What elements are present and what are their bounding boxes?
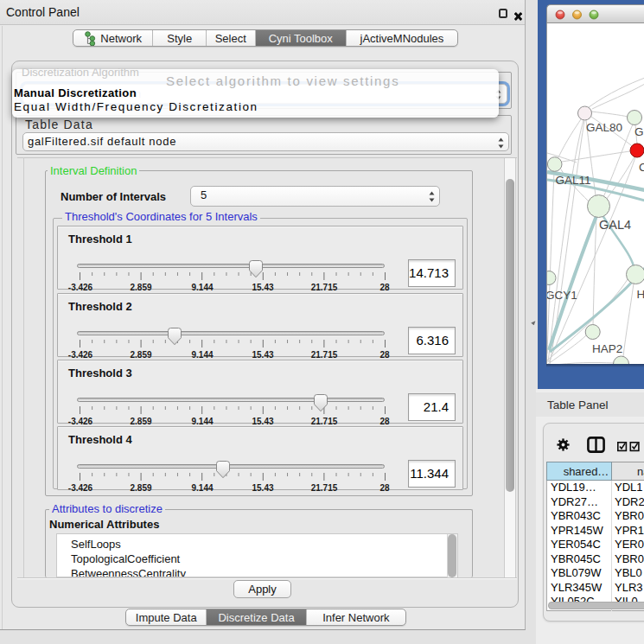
svg-text:G.: G. <box>634 125 644 138</box>
svg-text:H: H <box>637 288 644 301</box>
svg-text:GAL11: GAL11 <box>556 174 591 187</box>
svg-text:C: C <box>639 161 644 174</box>
svg-text:GCY1: GCY1 <box>547 289 577 302</box>
svg-text:GAL80: GAL80 <box>586 121 622 134</box>
svg-text:HAP2: HAP2 <box>592 342 622 355</box>
svg-text:GAL4: GAL4 <box>599 218 631 232</box>
